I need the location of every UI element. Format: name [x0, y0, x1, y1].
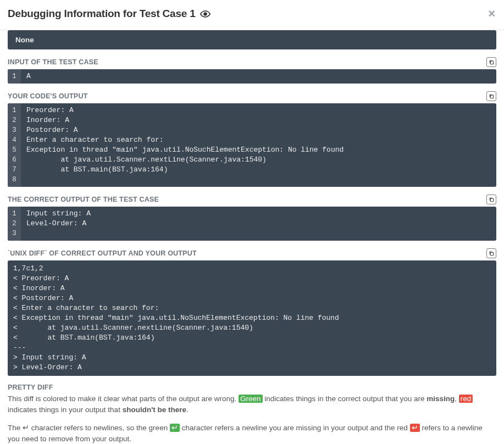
svg-rect-4 [490, 252, 494, 256]
svg-rect-2 [490, 95, 494, 98]
red-newline-char: ↵ [410, 424, 420, 432]
code-text: at BST.main(BST.java:164) [21, 165, 173, 175]
pretty-diff-paragraph: The ↵ character refers to newlines, so t… [8, 423, 496, 445]
code-text: Inorder: A [21, 115, 75, 125]
close-button[interactable]: × [488, 8, 495, 20]
line-number: 1 [8, 69, 21, 84]
copy-button[interactable] [486, 248, 496, 258]
text: character refers a newline you are missi… [180, 424, 410, 432]
line-number: 4 [8, 135, 21, 145]
line-number: 1 [8, 103, 21, 115]
line-number: 2 [8, 219, 21, 229]
code-line: 3Postorder: A [8, 125, 496, 135]
svg-rect-3 [490, 198, 494, 202]
section-title: YOUR CODE'S OUTPUT [8, 92, 87, 100]
modal-title: Debugging Information for Test Case 1 [8, 8, 211, 20]
text: The ↵ character refers to newlines, so t… [8, 424, 170, 432]
code-line: 4Enter a character to search for: [8, 135, 496, 145]
code-line: 2Level-Order: A [8, 219, 496, 229]
section-title: PRETTY DIFF [8, 384, 53, 391]
code-line: 1A [8, 69, 496, 84]
line-number: 8 [8, 175, 21, 187]
copy-button[interactable] [486, 195, 496, 204]
input-code-block: 1A [8, 69, 496, 84]
code-line: 5Exception in thread "main" java.util.No… [8, 145, 496, 155]
section-header-unix-diff: `UNIX DIFF` OF CORRECT OUTPUT AND YOUR O… [8, 248, 496, 258]
green-newline-char: ↵ [170, 424, 180, 432]
section-header-your-output: YOUR CODE'S OUTPUT [8, 91, 496, 101]
text: , [455, 395, 459, 403]
text: indicates things in your output that [8, 406, 123, 414]
code-line: 3 [8, 229, 496, 241]
section-title: THE CORRECT OUTPUT OF THE TEST CASE [8, 196, 159, 203]
line-number: 2 [8, 115, 21, 125]
line-number: 5 [8, 145, 21, 155]
line-number: 3 [8, 229, 21, 241]
pretty-diff-body: This diff is colored to make it clear wh… [8, 393, 496, 444]
section-header-pretty-diff: PRETTY DIFF [8, 384, 496, 391]
bold-text: missing [427, 395, 455, 403]
line-number: 7 [8, 165, 21, 175]
modal-header: Debugging Information for Test Case 1 × [0, 0, 504, 30]
svg-point-0 [204, 13, 207, 15]
line-number: 1 [8, 207, 21, 219]
code-line: 6 at java.util.Scanner.nextLine(Scanner.… [8, 155, 496, 165]
unix-diff-block: 1,7c1,2 < Preorder: A < Inorder: A < Pos… [8, 260, 496, 376]
pretty-diff-paragraph: This diff is colored to make it clear wh… [8, 393, 496, 416]
modal-title-text: Debugging Information for Test Case 1 [8, 8, 196, 20]
code-text: Input string: A [21, 207, 96, 219]
code-text: at java.util.Scanner.nextLine(Scanner.ja… [21, 155, 272, 165]
code-line: 8 [8, 175, 496, 187]
section-title: `UNIX DIFF` OF CORRECT OUTPUT AND YOUR O… [8, 249, 197, 257]
code-line: 1Preorder: A [8, 103, 496, 115]
svg-rect-1 [490, 61, 494, 64]
code-line: 1Input string: A [8, 207, 496, 219]
modal-content: None INPUT OF THE TEST CASE 1A YOUR CODE… [0, 30, 504, 444]
code-text: Postorder: A [21, 125, 84, 135]
bold-text: shouldn't be there [123, 406, 186, 414]
green-highlight: Green [239, 395, 263, 403]
code-text: Level-Order: A [21, 219, 92, 229]
line-number: 6 [8, 155, 21, 165]
code-line: 2Inorder: A [8, 115, 496, 125]
code-line: 7 at BST.main(BST.java:164) [8, 165, 496, 175]
text: This diff is colored to make it clear wh… [8, 395, 239, 403]
section-title: INPUT OF THE TEST CASE [8, 58, 98, 66]
copy-button[interactable] [486, 91, 496, 101]
code-text: Preorder: A [21, 103, 79, 115]
eye-icon[interactable] [200, 9, 211, 19]
line-number: 3 [8, 125, 21, 135]
code-text: Enter a character to search for: [21, 135, 169, 145]
text: . [186, 406, 189, 414]
correct-output-code-block: 1Input string: A2Level-Order: A3 [8, 207, 496, 241]
copy-button[interactable] [486, 57, 496, 67]
code-text [21, 175, 32, 187]
your-output-code-block: 1Preorder: A2Inorder: A3Postorder: A4Ent… [8, 103, 496, 187]
section-header-correct-output: THE CORRECT OUTPUT OF THE TEST CASE [8, 195, 496, 204]
text: indicates things in the correct output t… [263, 395, 427, 403]
none-block: None [8, 30, 496, 49]
code-text: A [21, 69, 36, 84]
code-text: Exception in thread "main" java.util.NoS… [21, 145, 349, 155]
section-header-input: INPUT OF THE TEST CASE [8, 57, 496, 67]
red-highlight: red [459, 395, 473, 403]
code-text [21, 229, 32, 241]
